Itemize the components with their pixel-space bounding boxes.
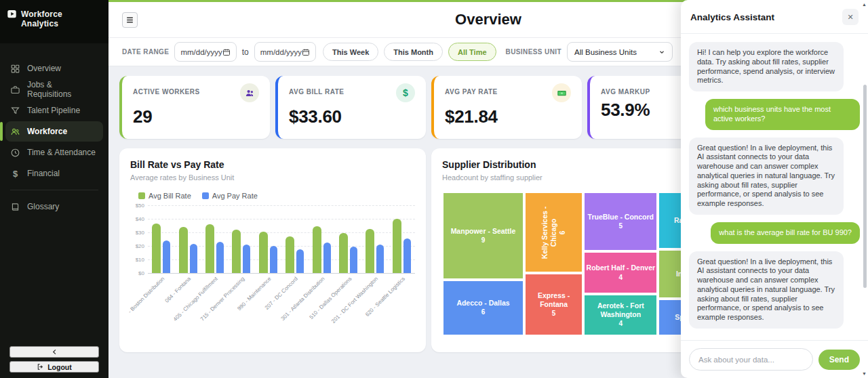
bar-pay: [323, 243, 331, 273]
treemap-cell-label: TrueBlue - Concord5: [587, 211, 655, 232]
logout-label: Logout: [47, 363, 72, 371]
bar-group-boston-distribution: [148, 205, 174, 273]
logout-icon: [37, 363, 44, 371]
bar-bill: [393, 219, 401, 273]
quick-range-this-week[interactable]: This Week: [323, 43, 378, 61]
logout-button[interactable]: Logout: [9, 361, 99, 373]
scrollbar-thumb[interactable]: [863, 85, 867, 288]
business-unit-label: BUSINESS UNIT: [506, 48, 561, 56]
date-from-input[interactable]: mm/dd/yyyy: [174, 42, 236, 62]
scrollbar-down-arrow[interactable]: ▼: [862, 371, 867, 376]
sidebar-item-time-attendance[interactable]: Time & Attendance: [5, 142, 103, 163]
treemap-cell-name: Aerotek - Fort Washington: [586, 301, 655, 319]
chat-title: Analytics Assistant: [690, 12, 774, 22]
analytics-assistant-panel: Analytics Assistant ✕ Hi! I can help you…: [681, 0, 868, 378]
legend-label: Avg Pay Rate: [212, 192, 258, 200]
x-tick-label: - Boston Distribution: [127, 276, 165, 314]
business-unit-select[interactable]: All Business Units: [567, 42, 673, 62]
date-to-placeholder: mm/dd/yyyy: [260, 48, 302, 56]
treemap-cell-name: Robert Half - Denver: [587, 264, 656, 272]
sidebar-item-overview[interactable]: Overview: [5, 58, 103, 79]
x-tick: 620 - Seattle Logistics: [389, 273, 415, 334]
treemap-cell-label: Express - Fontana5: [526, 290, 582, 320]
sidebar-item-talent-pipeline[interactable]: Talent Pipeline: [5, 100, 103, 121]
sidebar-item-jobs-requisitions[interactable]: Jobs & Requisitions: [5, 79, 103, 100]
kpi-card-active-workers: ACTIVE WORKERS29: [119, 76, 270, 139]
calendar-icon[interactable]: [302, 48, 310, 56]
bar-bill: [152, 224, 161, 273]
treemap-cell-trueblue-concord: TrueBlue - Concord5: [583, 192, 658, 251]
chevron-down-icon: [658, 49, 665, 56]
send-button[interactable]: Send: [818, 350, 860, 370]
quick-range-this-month[interactable]: This Month: [384, 43, 443, 61]
scrollbar-up-arrow[interactable]: ▲: [862, 2, 867, 7]
collapse-sidebar-button[interactable]: [9, 346, 99, 358]
treemap-cell-aerotek-fort-washington: Aerotek - Fort Washington4: [583, 294, 658, 336]
treemap-cell-value: 5: [552, 310, 556, 318]
kpi-card-avg-pay-rate: AVG PAY RATE$21.84: [431, 76, 582, 139]
sidebar-item-label: Time & Attendance: [27, 148, 96, 157]
sidebar-item-workforce[interactable]: Workforce: [5, 121, 103, 142]
bar-pay: [270, 246, 277, 273]
treemap-cell-value: 6: [481, 308, 486, 317]
kpi-card-avg-bill-rate: AVG BILL RATE$$33.60: [275, 76, 426, 139]
bar-pay: [163, 240, 170, 273]
sidebar-item-label: Overview: [27, 64, 61, 73]
sidebar-item-glossary[interactable]: Glossary: [5, 196, 103, 217]
banknote-icon: [552, 83, 571, 102]
menu-button[interactable]: [122, 12, 138, 28]
grid-icon: [10, 64, 20, 74]
bar-bill: [179, 227, 188, 273]
treemap-cell-label: Robert Half - Denver4: [585, 262, 657, 283]
y-tick: $10: [136, 257, 144, 263]
treemap-cell-name: Express - Fontana: [527, 291, 580, 309]
bar-groups: [148, 205, 415, 273]
legend-swatch: [202, 192, 209, 199]
y-tick: $0: [138, 270, 144, 276]
chat-message-assistant: Great question! In a live deployment, th…: [689, 251, 844, 329]
close-chat-button[interactable]: ✕: [842, 9, 859, 25]
quick-range-pills: This WeekThis MonthAll Time: [323, 43, 496, 61]
kpi-value: $33.60: [289, 106, 415, 127]
sidebar-item-label: Workforce: [27, 127, 67, 136]
bar-pay: [190, 244, 197, 273]
treemap-cell-name: Manpower - Seattle: [451, 227, 516, 236]
funnel-icon: [10, 106, 20, 116]
sidebar-nav: OverviewJobs & RequisitionsTalent Pipeli…: [0, 58, 108, 217]
to-label: to: [242, 47, 249, 57]
bar-pay: [350, 247, 357, 273]
date-range-label: DATE RANGE: [122, 48, 169, 56]
calendar-icon[interactable]: [222, 48, 231, 56]
bar-bill: [339, 233, 348, 273]
y-tick: $40: [136, 216, 144, 222]
kpi-label: AVG BILL RATE: [289, 85, 344, 96]
y-tick: $20: [136, 243, 144, 249]
bar-group-620-seattle-logistics: [389, 205, 415, 273]
y-tick: $50: [136, 203, 144, 209]
kpi-value: 29: [133, 106, 259, 127]
plot-area: [148, 205, 415, 273]
kpi-card-top: AVG PAY RATE: [445, 85, 571, 102]
kpi-value: $21.84: [445, 106, 571, 127]
kpi-grid: ACTIVE WORKERS29AVG BILL RATE$$33.60AVG …: [119, 76, 738, 139]
legend-item-avg-pay-rate: Avg Pay Rate: [202, 192, 258, 200]
bar-group-064-fontana: [174, 205, 201, 273]
quick-range-all-time[interactable]: All Time: [448, 43, 496, 61]
bar-group-510-dallas-operations: [335, 205, 361, 273]
legend-swatch: [138, 192, 145, 199]
bar-pay: [296, 249, 304, 273]
chat-input[interactable]: [689, 348, 813, 371]
bar-bill: [285, 236, 294, 273]
nav-divider: [10, 190, 98, 190]
date-to-input[interactable]: mm/dd/yyyy: [254, 42, 316, 62]
bill-pay-chart-card: Bill Rate vs Pay Rate Average rates by B…: [119, 148, 426, 352]
treemap-cell-label: Kelly Services - Chicago6: [539, 193, 569, 272]
business-unit-value: All Business Units: [574, 48, 637, 56]
close-icon: ✕: [847, 13, 853, 22]
charts-grid: Bill Rate vs Pay Rate Average rates by B…: [119, 148, 738, 352]
sidebar-item-financial[interactable]: $Financial: [5, 163, 103, 184]
app-logo-icon: [7, 9, 17, 19]
legend-item-avg-bill-rate: Avg Bill Rate: [138, 192, 191, 200]
bar-bill: [205, 224, 214, 273]
treemap-cell-value: 5: [619, 222, 623, 231]
